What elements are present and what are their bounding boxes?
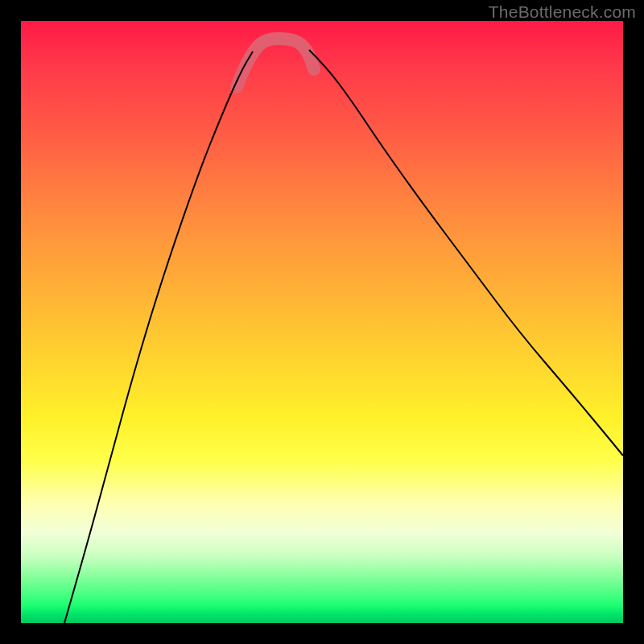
valley-marker <box>237 39 314 87</box>
app-frame: TheBottleneck.com <box>0 0 644 644</box>
watermark-text: TheBottleneck.com <box>489 2 636 22</box>
right-rise-curve <box>309 50 623 456</box>
curve-layer <box>21 21 623 623</box>
plot-area <box>21 21 623 623</box>
left-fall-curve <box>64 52 253 623</box>
